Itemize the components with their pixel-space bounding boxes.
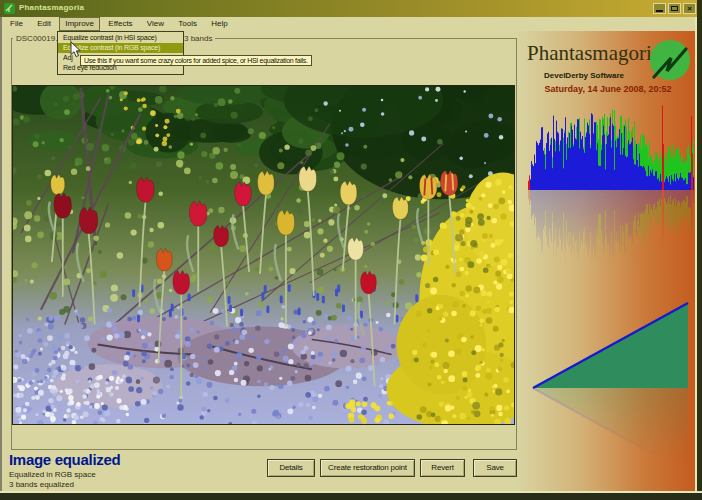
- histogram-and-curve-canvas: [517, 31, 699, 492]
- menu-bar: File Edit Improve Effects View Tools Hel…: [0, 17, 702, 31]
- status-title: Image equalized: [9, 451, 120, 468]
- window-border-right: [697, 0, 702, 500]
- app-window: Phantasmagoria × File Edit Improve Effec…: [0, 0, 702, 500]
- bands-label: 3 bands: [181, 34, 215, 43]
- app-icon: [4, 3, 15, 14]
- mouse-cursor-icon: [70, 42, 82, 58]
- menu-view[interactable]: View: [141, 17, 170, 31]
- details-button[interactable]: Details: [267, 459, 315, 477]
- close-button[interactable]: ×: [683, 3, 696, 14]
- filename-label: DSC00019.: [13, 34, 60, 43]
- info-panel: Phantasmagoria DevelDerby Software Satur…: [517, 31, 699, 492]
- datetime-label: Saturday, 14 June 2008, 20:52: [522, 84, 694, 94]
- minimize-button[interactable]: [653, 3, 666, 14]
- logo-wordmark: Phantasmagoria: [527, 41, 661, 66]
- status-line2: 3 bands equalized: [9, 480, 74, 489]
- minimize-icon: [656, 10, 663, 12]
- tooltip: Use this if you want some crazy colors f…: [80, 55, 312, 66]
- menu-tools[interactable]: Tools: [172, 17, 203, 31]
- window-border-bottom: [0, 493, 702, 500]
- restore-button[interactable]: [668, 3, 681, 14]
- logo-icon: [647, 37, 693, 83]
- revert-button[interactable]: Revert: [420, 459, 465, 477]
- menu-edit[interactable]: Edit: [31, 17, 57, 31]
- menu-improve[interactable]: Improve: [59, 17, 100, 31]
- menu-file[interactable]: File: [4, 17, 29, 31]
- title-bar[interactable]: Phantasmagoria ×: [0, 0, 702, 17]
- create-restoration-point-button[interactable]: Create restoration point: [320, 459, 415, 477]
- menu-help[interactable]: Help: [205, 17, 233, 31]
- window-title: Phantasmagoria: [19, 3, 84, 12]
- status-line1: Equalized in RGB space: [9, 470, 96, 479]
- restore-icon: [671, 6, 678, 11]
- window-border-left: [0, 17, 2, 493]
- save-button[interactable]: Save: [473, 459, 517, 477]
- menu-effects[interactable]: Effects: [102, 17, 138, 31]
- photo-preview[interactable]: [12, 85, 515, 425]
- company-name: DevelDerby Software: [544, 71, 624, 80]
- garden-photo: [13, 86, 514, 424]
